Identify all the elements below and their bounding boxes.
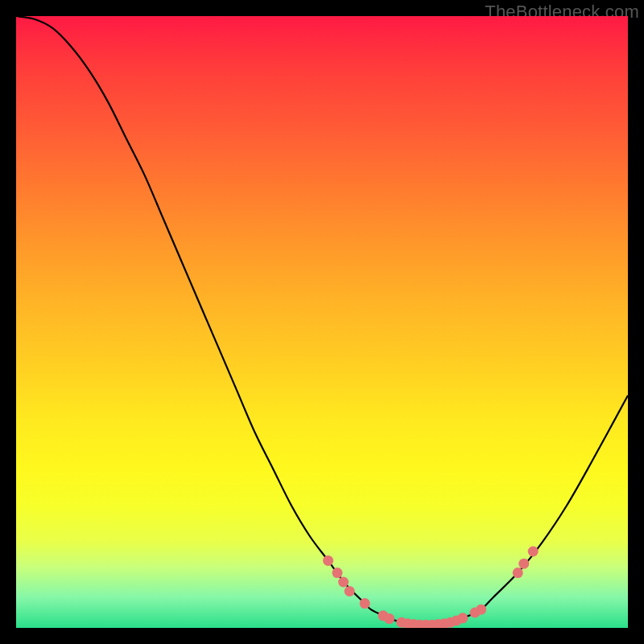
data-marker [345, 586, 355, 597]
data-marker [338, 577, 349, 588]
chart-container: TheBottleneck.com [0, 0, 644, 644]
data-marker [528, 547, 539, 557]
data-marker [457, 613, 468, 623]
data-marker [384, 613, 394, 624]
data-marker [332, 568, 343, 578]
data-marker [360, 598, 370, 609]
plot-area [16, 16, 628, 628]
curve-svg [16, 16, 628, 628]
data-marker [476, 605, 486, 615]
data-marker [323, 555, 333, 566]
data-markers-group [323, 547, 539, 629]
data-marker [513, 568, 523, 578]
data-marker [518, 559, 529, 569]
bottleneck-curve-line [16, 16, 628, 625]
